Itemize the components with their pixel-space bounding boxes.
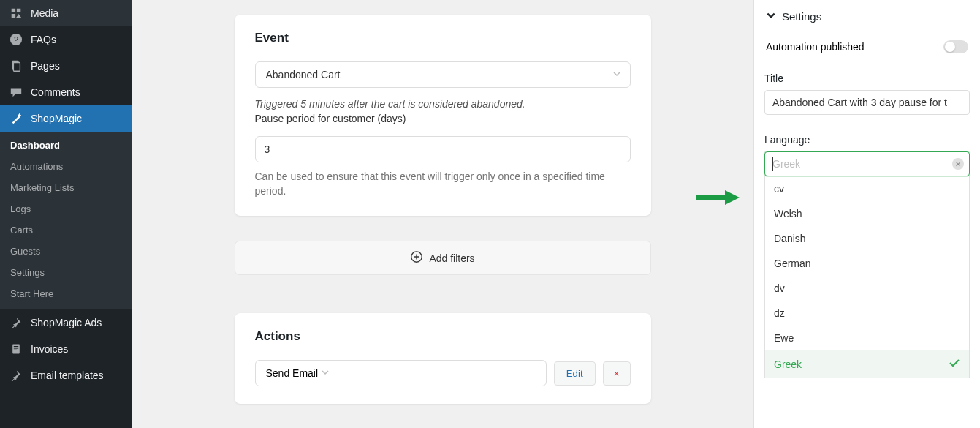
text-caret [772, 157, 773, 171]
sidebar-item-email-templates[interactable]: Email templates [0, 362, 132, 388]
sidebar-sub-marketing-lists[interactable]: Marketing Lists [0, 177, 132, 198]
svg-rect-5 [14, 346, 18, 347]
add-filters-label: Add filters [429, 252, 474, 264]
title-input[interactable] [764, 90, 970, 115]
pin-icon [9, 368, 23, 383]
arrow-annotation-icon [696, 190, 740, 207]
settings-panel: Settings Automation published Title Lang… [753, 0, 980, 428]
pages-icon [9, 59, 23, 73]
sidebar-sub-guests[interactable]: Guests [0, 241, 132, 262]
media-icon [9, 6, 23, 20]
sidebar-sub-logs[interactable]: Logs [0, 198, 132, 219]
sidebar-item-invoices[interactable]: Invoices [0, 336, 132, 362]
chevron-down-icon [612, 69, 621, 80]
sidebar-sub-automations[interactable]: Automations [0, 156, 132, 177]
svg-rect-7 [14, 350, 17, 350]
invoice-icon [9, 342, 23, 356]
event-select-value: Abandoned Cart [266, 69, 341, 80]
actions-title: Actions [255, 329, 631, 344]
action-select-value: Send Email [266, 367, 319, 379]
delete-button[interactable]: × [603, 361, 631, 386]
pin-icon [9, 315, 23, 330]
svg-rect-4 [12, 345, 20, 354]
sidebar-label: Pages [31, 60, 60, 72]
language-label: Language [764, 134, 970, 146]
language-option[interactable]: dv [765, 276, 969, 301]
comments-icon [9, 85, 23, 100]
sidebar-sub-dashboard[interactable]: Dashboard [0, 135, 132, 156]
svg-rect-3 [13, 63, 20, 72]
sidebar-label: Media [31, 7, 58, 19]
sidebar-sub-start-here[interactable]: Start Here [0, 283, 132, 304]
language-option[interactable]: Welsh [765, 201, 969, 226]
sidebar-label: ShopMagic Ads [31, 317, 102, 328]
sidebar-sub-carts[interactable]: Carts [0, 219, 132, 241]
svg-rect-6 [14, 348, 18, 348]
sidebar-item-comments[interactable]: Comments [0, 79, 132, 105]
event-trigger-note: Triggered 5 minutes after the cart is co… [255, 98, 631, 110]
pause-hint: Can be used to ensure that this event wi… [255, 170, 631, 198]
clear-icon[interactable]: ✕ [952, 158, 964, 170]
sidebar-label: Email templates [31, 369, 104, 381]
sidebar-subgroup: Dashboard Automations Marketing Lists Lo… [0, 132, 132, 309]
sidebar-item-shopmagic[interactable]: ShopMagic [0, 105, 132, 132]
language-option-label: Greek [774, 358, 802, 370]
actions-card: Actions Send Email Edit × [235, 313, 651, 404]
language-option-selected[interactable]: Greek [765, 350, 969, 378]
event-card: Event Abandoned Cart Triggered 5 minutes… [235, 15, 651, 216]
admin-sidebar: Media ? FAQs Pages Comments ShopMagic Da… [0, 0, 132, 428]
language-search-wrap: ✕ [764, 151, 970, 176]
language-option[interactable]: German [765, 251, 969, 276]
pause-label: Pause period for customer (days) [255, 113, 631, 124]
language-search-input[interactable] [764, 151, 970, 176]
sidebar-item-faqs[interactable]: ? FAQs [0, 26, 132, 53]
sidebar-label: Invoices [31, 343, 68, 355]
title-label: Title [764, 72, 970, 84]
chevron-down-icon [766, 10, 776, 23]
language-option[interactable]: Ewe [765, 326, 969, 350]
main-content: Event Abandoned Cart Triggered 5 minutes… [132, 0, 753, 428]
plus-circle-icon [410, 250, 423, 266]
language-option[interactable]: cv [765, 176, 969, 201]
event-select[interactable]: Abandoned Cart [255, 61, 631, 88]
publish-label: Automation published [766, 41, 865, 53]
edit-button[interactable]: Edit [554, 361, 596, 386]
action-select[interactable]: Send Email [255, 360, 547, 386]
event-title: Event [255, 31, 631, 45]
settings-header[interactable]: Settings [764, 0, 970, 36]
check-icon [949, 357, 960, 371]
svg-text:?: ? [14, 35, 18, 44]
sidebar-item-pages[interactable]: Pages [0, 53, 132, 79]
pause-input[interactable] [255, 136, 631, 162]
chevron-down-icon [321, 367, 330, 379]
publish-toggle[interactable] [943, 40, 968, 53]
sidebar-label: Comments [31, 86, 80, 98]
language-option[interactable]: Danish [765, 226, 969, 251]
sidebar-sub-settings[interactable]: Settings [0, 262, 132, 283]
svg-rect-9 [696, 195, 726, 200]
language-option[interactable]: dz [765, 301, 969, 326]
sidebar-label: FAQs [31, 34, 56, 45]
settings-header-label: Settings [782, 10, 821, 23]
sidebar-item-shopmagic-ads[interactable]: ShopMagic Ads [0, 309, 132, 336]
sidebar-item-media[interactable]: Media [0, 0, 132, 26]
wand-icon [9, 111, 23, 126]
sidebar-label: ShopMagic [31, 113, 82, 124]
help-icon: ? [9, 32, 23, 47]
language-dropdown: cv Welsh Danish German dv dz Ewe Greek [764, 176, 970, 378]
add-filters-button[interactable]: Add filters [235, 241, 651, 275]
